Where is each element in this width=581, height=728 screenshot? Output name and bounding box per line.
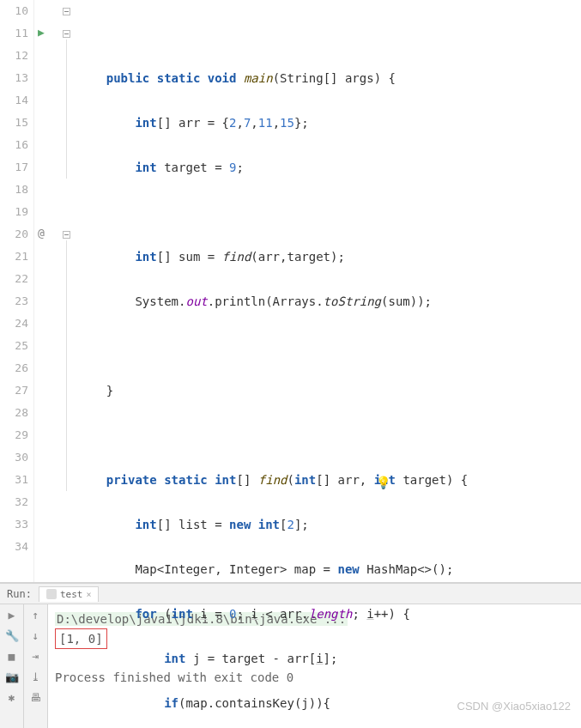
keyword: new <box>229 518 251 531</box>
line-number: 21 <box>0 246 28 268</box>
code-text: target = <box>157 161 229 174</box>
run-toolbar-mid: ↑ ↓ ⇥ ⤓ 🖶 <box>24 604 48 728</box>
fold-line <box>66 240 67 491</box>
code-text: System. <box>135 294 185 308</box>
line-number: 26 <box>0 357 28 379</box>
field: out <box>185 294 207 308</box>
fold-toggle-icon[interactable] <box>63 8 70 15</box>
line-number-gutter: 10 11 12 13 14 15 16 17 18 19 20 21 22 2… <box>0 0 34 582</box>
line-number: 34 <box>0 536 28 558</box>
line-number: 18 <box>0 179 28 201</box>
code-text: }; <box>294 116 309 130</box>
rerun-button[interactable]: ▶ <box>5 608 19 622</box>
run-label: Run: <box>7 588 32 600</box>
wrench-button[interactable]: 🔧 <box>5 628 19 642</box>
code-text: ( <box>287 473 294 487</box>
keyword: int <box>294 473 316 487</box>
intention-bulb-icon[interactable]: 💡 <box>376 471 390 494</box>
line-number: 17 <box>0 156 28 179</box>
method-call: find <box>222 250 251 264</box>
keyword: int <box>164 652 185 665</box>
line-number: 10 <box>0 0 28 22</box>
line-number: 22 <box>0 268 28 290</box>
code-text: j = target - arr[ <box>185 652 316 665</box>
code-text: (sum)); <box>381 294 432 308</box>
scroll-to-end-button[interactable]: ⤓ <box>29 670 43 683</box>
code-text: ++) { <box>374 607 410 621</box>
method-call: toString <box>324 294 381 308</box>
fold-gutter <box>60 0 77 582</box>
line-number: 16 <box>0 134 28 156</box>
code-text: ]; <box>294 518 309 531</box>
keyword: new <box>337 562 359 576</box>
line-number: 25 <box>0 335 28 357</box>
fold-toggle-icon[interactable] <box>63 30 70 38</box>
override-gutter-icon[interactable]: @ <box>38 227 45 240</box>
keyword: public <box>106 71 150 85</box>
variable: i <box>316 652 323 665</box>
keyword: private <box>106 473 157 487</box>
code-text: [] arr = { <box>157 116 229 130</box>
line-number: 13 <box>0 67 28 89</box>
code-text: [] list = <box>157 518 229 531</box>
line-number: 27 <box>0 379 28 402</box>
keyword: int <box>135 116 156 130</box>
line-number: 12 <box>0 45 28 67</box>
code-area[interactable]: public static void main(String[] args) {… <box>77 0 581 582</box>
line-number: 30 <box>0 446 28 469</box>
code-text: ; <box>236 161 243 174</box>
line-number: 33 <box>0 513 28 536</box>
up-button[interactable]: ↑ <box>29 608 43 622</box>
code-text: } <box>106 384 113 397</box>
keyword: int <box>172 607 193 621</box>
keyword: int <box>258 518 280 531</box>
settings-button[interactable]: ✱ <box>5 690 19 704</box>
code-text: target) { <box>396 473 468 487</box>
gutter-icons: ▶ @ <box>34 0 60 582</box>
code-editor[interactable]: 10 11 12 13 14 15 16 17 18 19 20 21 22 2… <box>0 0 581 583</box>
number: 15 <box>280 116 294 130</box>
keyword: int <box>135 250 156 264</box>
print-button[interactable]: 🖶 <box>29 690 43 704</box>
variable: i <box>200 607 207 621</box>
line-number: 15 <box>0 112 28 134</box>
code-text: HashMap<>(); <box>360 562 454 576</box>
stop-button[interactable]: ■ <box>5 649 19 663</box>
code-text: .println(Arrays. <box>208 294 324 308</box>
code-text: [] <box>236 473 257 487</box>
down-button[interactable]: ↓ <box>29 628 43 642</box>
camera-button[interactable]: 📷 <box>5 670 19 683</box>
line-number: 29 <box>0 424 28 446</box>
method-name: main <box>244 71 273 85</box>
fold-line <box>66 39 67 179</box>
method-name: find <box>258 473 287 487</box>
number: 2 <box>287 518 294 531</box>
line-number: 20 <box>0 223 28 246</box>
code-text: (arr,target); <box>251 250 345 264</box>
line-number: 23 <box>0 290 28 312</box>
keyword: if <box>164 696 179 710</box>
line-number: 32 <box>0 491 28 513</box>
code-text: ]; <box>324 652 338 665</box>
code-text: (String[] args) { <box>273 71 396 85</box>
soft-wrap-button[interactable]: ⇥ <box>29 649 43 663</box>
variable: i <box>366 607 373 621</box>
keyword: static <box>157 71 201 85</box>
line-number: 11 <box>0 22 28 45</box>
line-number: 28 <box>0 402 28 424</box>
variable: i <box>251 607 257 621</box>
code-text: [] sum = <box>157 250 222 264</box>
number: 11 <box>258 116 273 130</box>
keyword: for <box>135 607 156 621</box>
line-number: 19 <box>0 201 28 223</box>
code-text: Map<Integer, Integer> map = <box>135 562 337 576</box>
run-toolbar-left: ▶ 🔧 ■ 📷 ✱ <box>0 604 24 728</box>
run-gutter-icon[interactable]: ▶ <box>38 26 45 39</box>
keyword: void <box>208 71 237 85</box>
line-number: 14 <box>0 89 28 112</box>
keyword: int <box>135 518 156 531</box>
number: 0 <box>229 607 236 621</box>
keyword: static <box>164 473 208 487</box>
fold-toggle-icon[interactable] <box>63 231 70 239</box>
line-number: 31 <box>0 469 28 491</box>
